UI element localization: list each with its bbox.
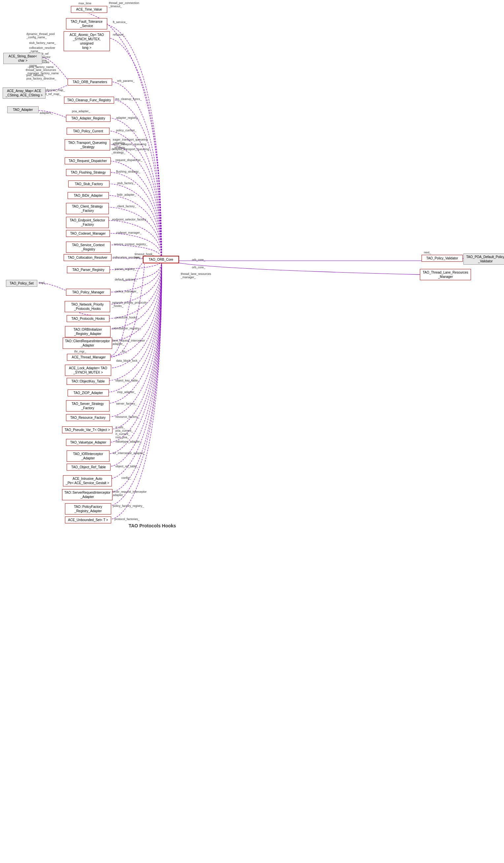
node-tao-policy-current[interactable]: TAO_Policy_Current [67, 128, 110, 135]
label-default-policies: default_policies_ [115, 278, 137, 281]
label-parser-registry: parser_registry_ [115, 267, 136, 271]
node-tao-resource-factory[interactable]: TAO_Resource_Factory [66, 414, 110, 421]
node-tao-parser-registry[interactable]: TAO_Parser_Registry [67, 266, 110, 273]
node-tao-thread-lane-resources-manager[interactable]: TAO_Thread_Lane_Resources_Manager [420, 269, 471, 280]
node-tao-service-context-registry[interactable]: TAO_Service_Context_Registry [66, 241, 111, 253]
label-network-priority: network_priority_protocols_hooks_ [112, 301, 147, 308]
node-tao-orb-parameters[interactable]: TAO_ORB_Parameters [67, 78, 112, 86]
label-valuetype-adapter: valuetype_adapter_ [115, 440, 141, 443]
node-tao-stub-factory[interactable]: TAO_Stub_Factory [68, 180, 110, 187]
label-adapters: adapters_ [40, 111, 53, 114]
label-server-factory: server_factory_ [116, 402, 137, 405]
node-tao-request-dispatcher[interactable]: TAO_Request_Dispatcher [65, 158, 111, 164]
node-tao-adapter-registry[interactable]: TAO_Adapter_Registry [66, 115, 111, 122]
label-policy-current: policy_current_ [116, 129, 136, 132]
node-ace-array-map[interactable]: ACE_Array_Map< ACE_CString, ACE_CString … [3, 87, 46, 99]
label-orb-core-1: orb_core_ [192, 258, 205, 261]
node-ace-atomic-op[interactable]: ACE_Atomic_Op< TAO_SYNCH_MUTEX, unsigned… [64, 32, 110, 51]
label-orbinitializer-registry: orbinitializer_registry_ [112, 327, 141, 330]
label-refcount: refcount_ [113, 33, 125, 36]
label-rt-orb: rt_orb_poa_current_rt_current_root_poa_ [115, 426, 133, 439]
label-ior-interceptor-adapter: ior_interceptor_adapter_ [113, 451, 145, 455]
label-codeset-manager: codeset_manager_ [116, 231, 141, 234]
label-max-time: max_time [78, 2, 91, 5]
label-next: next_ [424, 251, 431, 254]
label-policy-manager: policy_manager_ [115, 290, 138, 293]
label-init-ref-map: init_ref_map_ [43, 92, 61, 96]
node-tao-server-strategy-factory[interactable]: TAO_Server_Strategy_Factory [66, 400, 110, 412]
node-tao-object-ref-table[interactable]: TAO_Object_Ref_Table [67, 464, 111, 471]
label-object-key-table: object_key_table_ [115, 379, 139, 382]
label-collocation-resolver-name: collocation_resolver_name_ [29, 46, 55, 53]
node-tao-poa-default-policy-validator[interactable]: TAO_POA_Default_Policy_Validator [464, 253, 504, 265]
node-ace-thread-manager[interactable]: ACE_Thread_Manager [67, 354, 111, 361]
label-tss-cleanup: tss_cleanup_funcs_ [115, 97, 142, 101]
node-tao-policy-validator[interactable]: TAO_Policy_Validator [421, 255, 463, 262]
node-tao-protocols-hooks[interactable]: TAO_Protocols_Hooks [67, 315, 110, 322]
label-orb-core-2: orb_core_ [192, 266, 205, 269]
node-tao-network-priority-protocols-hooks[interactable]: TAO_Network_Priority_Protocols_Hooks [65, 301, 110, 312]
node-tao-client-request-interceptor-adapter[interactable]: TAO::ClientRequestInterceptor_Adapter [63, 338, 112, 349]
node-ace-time-value[interactable]: ACE_Time_Value [71, 6, 107, 13]
node-tao-cleanup-func-registry[interactable]: TAO_Cleanup_Func_Registry [64, 97, 114, 104]
label-protocols-hooks: protocols_hooks_ [115, 316, 139, 319]
node-tao-bidir-adapter[interactable]: TAO_BiDir_Adapter [67, 192, 109, 199]
tao-protocols-hooks-label: TAO Protocols Hooks [129, 523, 176, 528]
node-ace-unbounded-set[interactable]: ACE_Unbounded_Set< T > [65, 516, 111, 523]
label-resource-factory: resource_factory_ [115, 415, 139, 418]
node-tao-endpoint-selector-factory[interactable]: TAO_Endpoint_Selector_Factory [66, 217, 109, 228]
node-tao-pseudo-var-t[interactable]: TAO_Pseudo_Var_T< Object > [62, 426, 113, 433]
node-tao-policy-set[interactable]: TAO_Policy_Set [6, 280, 37, 287]
label-orb-params: orb_params_ [117, 79, 135, 83]
node-tao-valuetype-adapter[interactable]: TAO_Valuetype_Adapter [66, 439, 111, 446]
node-tao-policy-manager[interactable]: TAO_Policy_Manager [66, 289, 111, 296]
node-tao-ior-interceptor-adapter[interactable]: TAO_IORInterceptor_Adapter [67, 450, 110, 462]
node-tao-transport-queueing-strategy[interactable]: TAO::Transport_Queueing_Strategy [65, 139, 110, 150]
node-tao-orbinitializer-registry-adapter[interactable]: TAO::ORBInitializer_Registry_Adapter [65, 326, 111, 337]
node-tao-flushing-strategy[interactable]: TAO_Flushing_Strategy [66, 169, 111, 176]
label-server-request-interceptor: server_request_interceptor_adapter_ [111, 490, 147, 497]
label-collocation-resolver: collocation_resolver_ [113, 256, 141, 259]
diagram-container: max_time zero thread_per_connection_time… [0, 0, 504, 863]
node-tao-orb-core[interactable]: TAO_ORB_Core [143, 256, 179, 263]
label-object-ref-table: object_ref_table_ [115, 465, 138, 468]
node-tao-adapter[interactable]: TAO_Adapter [7, 106, 39, 113]
label-stub-factory: stub_factory_ [117, 182, 135, 185]
label-request-dispatcher: request_dispatcher_ [115, 159, 142, 162]
label-protocol-factories: protocol_factories_ [114, 517, 139, 521]
node-tao-client-strategy-factory[interactable]: TAO_Client_Strategy_Factory [66, 203, 109, 214]
label-config: config_ [122, 476, 131, 479]
node-tao-collocation-resolver[interactable]: TAO_Collocation_Resolver [64, 254, 112, 261]
label-delayed-transport: delayed_transport_queueing_strategy_ [112, 148, 149, 154]
node-ace-string-base[interactable]: ACE_String_Base< char > [3, 53, 42, 64]
node-tao-policy-factory-registry-adapter[interactable]: TAO::PolicyFactory_Registry_Adapter [65, 503, 111, 514]
label-endpoint-selector-factory: endpoint_selector_factory_ [112, 218, 148, 221]
label-flushing-strategy: flushing_strategy_ [116, 170, 140, 173]
node-tao-fault-tolerance-service[interactable]: TAO_Fault_Tolerance_Service [66, 18, 107, 29]
label-ziop-adapter: ziop_adapter_ [117, 390, 136, 394]
label-bidir-adapter: bidir_adapter_ [117, 193, 136, 196]
node-ace-intrusive-auto-ptr[interactable]: ACE_Intrusive_Auto_Ptr< ACE_Service_Gest… [63, 475, 112, 486]
label-thread-lane-resources-manager: thread_lane_resources_manager_ [181, 272, 211, 279]
label-poa-adapter: poa_adapter_ [72, 110, 90, 113]
node-tao-server-request-interceptor-adapter[interactable]: TAO::ServerRequestInterceptor_Adapter [62, 489, 113, 500]
node-ace-lock-adapter[interactable]: ACE_Lock_Adapter< TAO_SYNCH_MUTEX > [65, 365, 111, 376]
label-endpoints-map: endpoints_map_ [43, 88, 65, 92]
label-adapter-registry: adapter_registry_ [116, 116, 139, 120]
label-ft-service: ft_service_ [113, 21, 127, 24]
label-tm: tm_ [122, 350, 127, 353]
label-client-factory: client_factory_ [117, 204, 136, 208]
label-policy-factory-registry: policy_factory_registry_ [113, 504, 144, 508]
label-thr-mgr: thr_mgr_ [74, 350, 86, 353]
label-pref-network: pref_network_poa_factory_directive_ [26, 74, 56, 80]
node-tao-ziop-adapter[interactable]: TAO_ZIOP_Adapter [67, 389, 109, 396]
label-impl: impl_ [39, 281, 46, 285]
node-tao-codeset-manager[interactable]: TAO_Codeset_Manager [66, 230, 110, 237]
label-stub-factory-name: stub_factory_name_ [29, 41, 56, 45]
node-tao-objectkey-table[interactable]: TAO::ObjectKey_Table [67, 378, 110, 385]
label-service-context-registry: service_context_registry_ [114, 242, 148, 246]
label-thread-per-connection: thread_per_connection_timeout_ [109, 1, 139, 8]
label-dynamic-thread-pool: dynamic_thread_pool_config_name_ [26, 32, 55, 39]
label-data-block-lock: data_block_lock_ [116, 359, 139, 362]
label-client-request-interceptor: client_request_interceptor_adapter_ [111, 339, 145, 346]
